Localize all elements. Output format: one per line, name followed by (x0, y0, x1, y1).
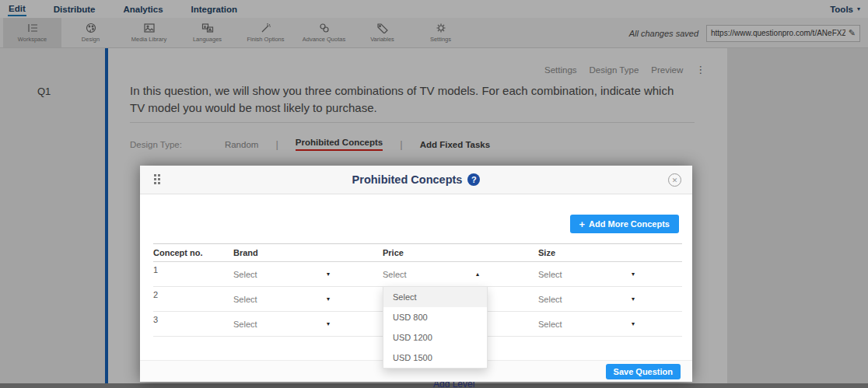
save-question-button[interactable]: Save Question (606, 364, 681, 379)
chevron-up-icon: ▴ (476, 271, 479, 278)
dropdown-option-usd-800[interactable]: USD 800 (383, 307, 487, 327)
brand-select-row2[interactable]: Select▾ (233, 287, 333, 311)
table-header-row: Concept no. Brand Price Size (153, 243, 682, 262)
size-select-row2[interactable]: Select▾ (538, 287, 638, 311)
header-price: Price (383, 248, 538, 257)
chevron-down-icon: ▾ (327, 271, 330, 278)
table-row: 1 Select▾ Select▴ Select▾ (153, 262, 682, 287)
concept-number: 3 (153, 312, 233, 336)
chevron-down-icon: ▾ (632, 295, 635, 302)
prohibited-concepts-modal: Prohibited Concepts ? ✕ + Add More Conce… (140, 166, 692, 382)
modal-title: Prohibited Concepts (352, 173, 463, 186)
price-dropdown-panel: Select USD 800 USD 1200 USD 1500 (383, 286, 488, 369)
dropdown-option-usd-1200[interactable]: USD 1200 (383, 327, 487, 348)
select-value: Select (538, 270, 562, 279)
modal-header: Prohibited Concepts ? ✕ (140, 166, 692, 194)
help-icon[interactable]: ? (467, 173, 480, 186)
header-concept-no: Concept no. (153, 248, 233, 257)
brand-select-row1[interactable]: Select▾ (233, 262, 333, 286)
add-more-concepts-label: Add More Concepts (589, 219, 670, 229)
brand-select-row3[interactable]: Select▾ (233, 312, 333, 336)
select-value: Select (233, 295, 257, 304)
header-brand: Brand (233, 248, 383, 257)
select-value: Select (233, 320, 257, 329)
modal-title-wrap: Prohibited Concepts ? (352, 173, 481, 186)
dropdown-option-select[interactable]: Select (383, 287, 487, 307)
chevron-down-icon: ▾ (327, 320, 330, 327)
add-more-concepts-button[interactable]: + Add More Concepts (570, 215, 680, 233)
concept-number: 1 (153, 262, 233, 286)
chevron-down-icon: ▾ (327, 295, 330, 302)
select-value: Select (233, 270, 257, 279)
size-select-row3[interactable]: Select▾ (538, 312, 638, 336)
close-icon[interactable]: ✕ (668, 173, 681, 187)
plus-icon: + (579, 218, 586, 230)
size-select-row1[interactable]: Select▾ (538, 262, 638, 286)
chevron-down-icon: ▾ (632, 271, 635, 278)
select-value: Select (538, 320, 562, 329)
price-select-row1[interactable]: Select▴ (383, 262, 482, 286)
concept-number: 2 (153, 287, 233, 311)
header-size: Size (538, 248, 682, 257)
dropdown-option-usd-1500[interactable]: USD 1500 (383, 348, 487, 368)
drag-handle-icon[interactable] (154, 174, 160, 184)
select-value: Select (383, 270, 407, 279)
chevron-down-icon: ▾ (632, 320, 635, 327)
select-value: Select (538, 295, 562, 304)
